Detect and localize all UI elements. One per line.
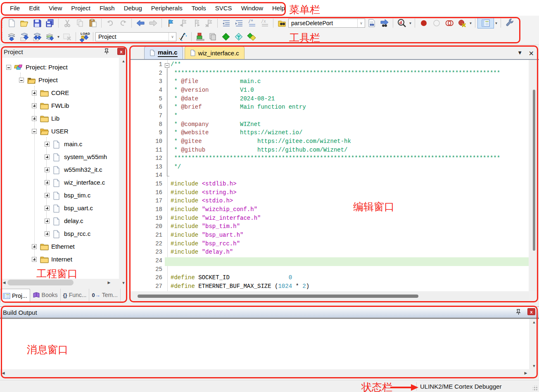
translate-button[interactable] <box>5 31 18 42</box>
menu-item-debug[interactable]: Debug <box>119 5 147 12</box>
expand-icon[interactable] <box>32 257 37 262</box>
editor-tab-wiz-interface-c[interactable]: wiz_interface.c <box>185 46 245 59</box>
run-time-env-button[interactable] <box>232 31 245 42</box>
collapse-icon[interactable] <box>6 65 11 70</box>
navigate-forward-button[interactable] <box>147 18 159 29</box>
scroll-right-icon[interactable]: ▶ <box>523 371 528 375</box>
uncomment-button[interactable]: /x <box>258 18 271 29</box>
build-output-hscrollbar[interactable]: ◀ ▶ <box>0 369 529 377</box>
manage-books-button[interactable] <box>207 31 219 42</box>
tree-item-project-project[interactable]: Project: Project <box>6 61 68 74</box>
panel-tab-func[interactable]: {}Func... <box>61 289 90 301</box>
rebuild-button[interactable] <box>31 31 43 42</box>
stop-build-button[interactable] <box>61 31 74 42</box>
expand-icon[interactable] <box>45 193 50 198</box>
expand-icon[interactable] <box>32 244 37 249</box>
dropdown-caret-icon[interactable]: ▼ <box>468 18 473 29</box>
menu-item-help[interactable]: Help <box>268 5 290 12</box>
close-icon[interactable]: x <box>527 308 535 315</box>
comment-button[interactable]: /* <box>245 18 258 29</box>
panel-tab-books[interactable]: Books <box>30 289 61 301</box>
scroll-down-icon[interactable]: ▼ <box>529 364 539 368</box>
panel-tab-proj[interactable]: Proj... <box>0 289 30 302</box>
redo-button[interactable] <box>116 18 129 29</box>
pin-icon[interactable] <box>515 309 522 315</box>
dropdown-caret-icon[interactable]: ▼ <box>494 18 499 29</box>
select-packs-button[interactable] <box>219 31 232 42</box>
menu-item-peripherals[interactable]: Peripherals <box>147 5 187 12</box>
bookmark-toggle-button[interactable] <box>164 18 177 29</box>
breakpoint-disable-all-button[interactable] <box>443 18 456 29</box>
expand-icon[interactable] <box>45 142 50 147</box>
tree-item-bsp-rcc-c[interactable]: bsp_rcc.c <box>45 227 90 240</box>
menu-item-file[interactable]: File <box>5 5 24 12</box>
close-document-icon[interactable]: ✕ <box>529 50 534 57</box>
editor-vscrollbar[interactable] <box>530 60 538 291</box>
tree-item-system-w55mh[interactable]: system_w55mh <box>45 150 107 163</box>
tree-item-core[interactable]: CORE <box>32 86 69 99</box>
expand-icon[interactable] <box>45 180 50 185</box>
tree-item-delay-c[interactable]: delay.c <box>45 214 83 227</box>
scroll-up-icon[interactable]: ▲ <box>120 59 127 63</box>
breakpoint-insert-button[interactable] <box>417 18 430 29</box>
editor-hscrollbar[interactable] <box>130 292 529 300</box>
find-text-combobox[interactable]: parseDeletePort∨ <box>288 19 365 28</box>
hscroll-thumb[interactable] <box>138 295 418 298</box>
menu-item-svcs[interactable]: SVCS <box>211 5 237 12</box>
pack-installer-button[interactable] <box>245 31 258 42</box>
hscroll-thumb[interactable] <box>7 280 74 285</box>
vscroll-thumb[interactable] <box>533 90 535 251</box>
scroll-left-icon[interactable]: ◀ <box>2 280 7 285</box>
window-layout-button[interactable] <box>477 18 494 29</box>
find-document-button[interactable] <box>365 18 378 29</box>
find-in-files-button[interactable] <box>275 18 288 29</box>
undo-button[interactable] <box>104 18 116 29</box>
panel-tab-tem[interactable]: 0→Tem... <box>89 289 120 301</box>
target-options-button[interactable] <box>176 31 189 42</box>
dropdown-caret-icon[interactable]: ▼ <box>56 31 61 42</box>
tree-item-internet[interactable]: Internet <box>32 253 72 266</box>
menu-item-flash[interactable]: Flash <box>95 5 119 12</box>
tree-item-lib[interactable]: Lib <box>32 112 59 125</box>
bookmark-next-button[interactable] <box>190 18 202 29</box>
code-editor[interactable]: 1/**2 **********************************… <box>130 60 529 291</box>
collapse-icon[interactable] <box>32 129 37 134</box>
scroll-down-icon[interactable]: ▼ <box>120 281 127 285</box>
manage-components-button[interactable] <box>194 31 207 42</box>
project-tree-vscrollbar[interactable]: ▲ ▼ <box>120 58 127 286</box>
expand-icon[interactable] <box>45 219 50 223</box>
expand-icon[interactable] <box>45 154 50 159</box>
chevron-down-icon[interactable]: ∨ <box>169 33 176 41</box>
menu-item-window[interactable]: Window <box>237 5 268 12</box>
cut-button[interactable] <box>61 18 74 29</box>
build-button[interactable] <box>18 31 31 42</box>
target-select-combobox[interactable]: Project∨ <box>95 32 176 41</box>
paste-button[interactable] <box>86 18 99 29</box>
expand-icon[interactable] <box>32 103 37 108</box>
save-button[interactable] <box>31 18 43 29</box>
bookmark-prev-button[interactable] <box>177 18 190 29</box>
menu-item-view[interactable]: View <box>44 5 66 12</box>
build-output-vscrollbar[interactable]: ▲ ▼ <box>529 319 539 369</box>
tree-item-ethernet[interactable]: Ethernet <box>32 240 75 253</box>
expand-icon[interactable] <box>45 167 50 172</box>
tree-item-bsp-uart-c[interactable]: bsp_uart.c <box>45 202 93 214</box>
open-file-button[interactable] <box>18 18 31 29</box>
menu-item-tools[interactable]: Tools <box>187 5 211 12</box>
copy-button[interactable] <box>74 18 86 29</box>
breakpoint-kill-all-button[interactable] <box>456 18 468 29</box>
load-flash-button[interactable]: LOAD <box>78 31 91 42</box>
expand-icon[interactable] <box>45 206 50 211</box>
tree-item-project[interactable]: Project <box>19 74 58 86</box>
scroll-left-icon[interactable]: ◀ <box>1 371 6 375</box>
tab-list-dropdown-icon[interactable]: ▼ <box>517 50 522 56</box>
fold-collapse-icon[interactable] <box>165 63 169 68</box>
bookmark-clear-button[interactable] <box>202 18 215 29</box>
tree-item-main-c[interactable]: main.c <box>45 138 82 150</box>
tree-item-user[interactable]: USER <box>32 125 69 138</box>
expand-icon[interactable] <box>32 116 37 121</box>
breakpoint-enable-button[interactable] <box>430 18 443 29</box>
scroll-up-icon[interactable]: ▲ <box>529 320 539 324</box>
navigate-back-button[interactable] <box>134 18 147 29</box>
editor-tab-main-c[interactable]: main.c <box>144 46 183 59</box>
